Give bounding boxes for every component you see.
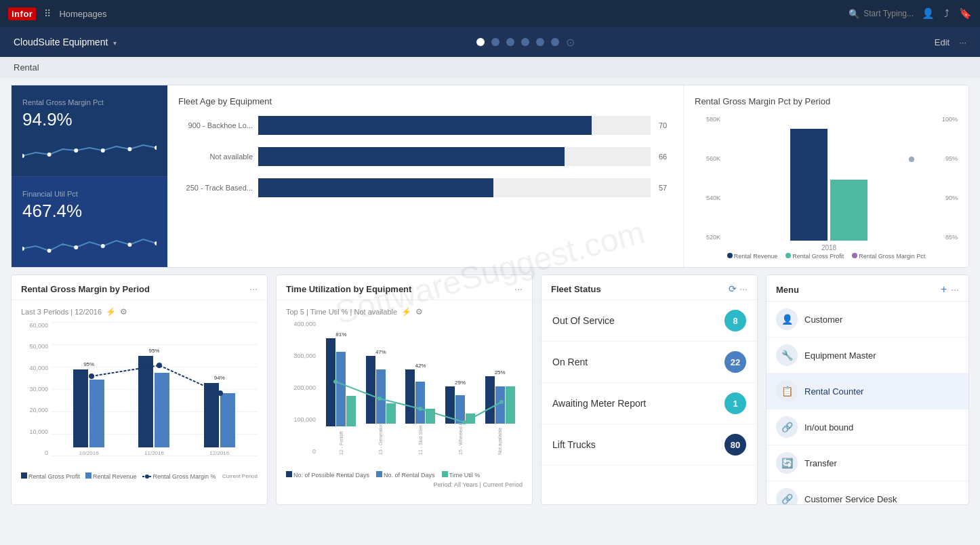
- menu-item-transfer[interactable]: 🔄 Transfer: [767, 445, 968, 481]
- fs-label-1: On Rent: [552, 357, 724, 367]
- menu-item-label-equipment-master: Equipment Master: [804, 350, 876, 361]
- rgm-chart: 60,00050,00040,00030,00020,00010,0000: [21, 322, 258, 471]
- kpi-bottom-label: Financial Util Pct: [22, 190, 157, 198]
- more-options-icon[interactable]: ···: [959, 37, 966, 47]
- svg-point-10: [127, 243, 131, 247]
- menu-item-customer-service-desk[interactable]: 🔗 Customer Service Desk: [767, 481, 968, 504]
- sparkline-bottom: [22, 227, 157, 254]
- menu-widget-header: Menu + ···: [767, 275, 968, 302]
- tu-widget: Time Utilization by Equipment ··· Top 5 …: [276, 275, 533, 505]
- settings-icon[interactable]: ⚙: [120, 307, 127, 317]
- tu-legend: No. of Possible Rental Days No. of Renta…: [286, 471, 523, 479]
- page-dots: ⊙: [125, 36, 926, 49]
- bar-track-0: [258, 116, 651, 135]
- tu-settings-icon[interactable]: ⚙: [415, 307, 423, 317]
- menu-item-label-customer: Customer: [804, 315, 842, 325]
- kpi-top: Rental Gross Margin Pct 94.9%: [12, 85, 167, 177]
- search-icon[interactable]: 🔍: [849, 9, 859, 19]
- homepages-link[interactable]: Homepages: [59, 9, 106, 19]
- bar-value-0: 70: [659, 121, 672, 129]
- svg-point-5: [155, 146, 157, 150]
- top-charts: Rental Gross Margin Pct 94.9% Financial …: [11, 85, 969, 268]
- bar-label-2: 250 - Track Based...: [178, 184, 253, 192]
- bar-row-0: 900 - Backhoe Lo... 70: [178, 116, 672, 135]
- rgm-more-button[interactable]: ···: [249, 283, 258, 294]
- fs-body: Out Of Service 8 On Rent 22 Awaiting Met…: [542, 300, 757, 504]
- rgm-sub: Last 3 Periods | 12/2016 ⚡ ⚙: [21, 307, 258, 317]
- fs-label-2: Awaiting Meter Report: [552, 398, 724, 409]
- menu-more-button[interactable]: ···: [951, 284, 959, 295]
- sub-nav: CloudSuite Equipment ▾ ⊙ Edit ···: [0, 27, 980, 57]
- refresh-icon[interactable]: ⟳: [729, 283, 737, 294]
- menu-item-rental-counter[interactable]: 📋 Rental Counter: [767, 374, 968, 409]
- fs-label-0: Out Of Service: [552, 315, 724, 326]
- svg-point-8: [74, 245, 78, 249]
- bar-row-2: 250 - Track Based... 57: [178, 178, 672, 197]
- nav-icons: 👤 ⤴ 🔖: [922, 7, 972, 20]
- app-title: CloudSuite Equipment ▾: [14, 37, 117, 47]
- rgm-widget-body: Last 3 Periods | 12/2016 ⚡ ⚙ 60,00050,00…: [12, 300, 267, 504]
- tu-chart: 400,000300,000200,000100,0000 81% 12 - F…: [286, 321, 523, 470]
- filter-icon[interactable]: ⚡: [106, 307, 116, 317]
- dot-arrow[interactable]: ⊙: [566, 36, 575, 49]
- tu-sub: Top 5 | Time Util % | Not available ⚡ ⚙: [286, 307, 523, 317]
- bottom-row: Rental Gross Margin by Period ··· Last 3…: [11, 275, 969, 505]
- menu-item-customer[interactable]: 👤 Customer: [767, 302, 968, 338]
- edit-button[interactable]: Edit: [935, 37, 950, 47]
- kpi-top-label: Rental Gross Margin Pct: [22, 98, 157, 106]
- search-placeholder: Start Typing...: [863, 9, 914, 18]
- menu-add-button[interactable]: +: [941, 283, 947, 296]
- tu-more-button[interactable]: ···: [514, 283, 523, 294]
- dot-3[interactable]: [506, 38, 514, 46]
- menu-widget-title: Menu: [776, 285, 941, 295]
- customer-icon: 👤: [776, 308, 798, 330]
- kpi-bottom: Financial Util Pct 467.4%: [12, 177, 167, 268]
- menu-widget: Menu + ··· 👤 Customer 🔧 Equipment Master…: [766, 275, 969, 505]
- fs-item-3: Lift Trucks 80: [542, 424, 757, 466]
- menu-item-equipment-master[interactable]: 🔧 Equipment Master: [767, 338, 968, 374]
- kpi-top-value: 94.9%: [22, 109, 157, 130]
- bar-track-1: [258, 147, 651, 166]
- dot-2[interactable]: [491, 38, 499, 46]
- fleet-age-panel: Fleet Age by Equipment 900 - Backhoe Lo.…: [167, 85, 684, 267]
- grid-icon[interactable]: ⠿: [44, 8, 51, 19]
- fs-widget-title: Fleet Status: [551, 284, 729, 294]
- share-icon[interactable]: ⤴: [944, 7, 950, 20]
- dot-5[interactable]: [536, 38, 544, 46]
- fs-badge-3: 80: [724, 434, 746, 456]
- menu-item-label-inout-bound: In/out bound: [804, 422, 853, 432]
- bookmark-icon[interactable]: 🔖: [959, 7, 972, 20]
- tu-period: Period: All Years | Current Period: [286, 481, 523, 488]
- menu-item-label-customer-service-desk: Customer Service Desk: [804, 494, 897, 504]
- dot-4[interactable]: [521, 38, 529, 46]
- infor-logo: infor: [8, 7, 36, 20]
- tu-filter-icon[interactable]: ⚡: [401, 307, 411, 317]
- rental-counter-icon: 📋: [776, 380, 798, 402]
- inout-bound-icon: 🔗: [776, 416, 798, 438]
- rgm-panel: Rental Gross Margin Pct by Period 580K56…: [684, 85, 968, 267]
- menu-item-inout-bound[interactable]: 🔗 In/out bound: [767, 409, 968, 445]
- app-title-arrow: ▾: [113, 39, 117, 47]
- bar-label-1: Not available: [178, 153, 253, 161]
- sub-nav-right: Edit ···: [935, 37, 966, 47]
- rgm-widget-header: Rental Gross Margin by Period ···: [12, 275, 267, 300]
- equipment-master-icon: 🔧: [776, 344, 798, 366]
- fleet-age-title: Fleet Age by Equipment: [178, 96, 672, 106]
- svg-point-1: [47, 153, 52, 157]
- kpi-panel: Rental Gross Margin Pct 94.9% Financial …: [12, 85, 167, 267]
- rgm-chart-title: Rental Gross Margin Pct by Period: [695, 96, 958, 106]
- rgm-legend: Rental Gross Profit Rental Revenue Renta…: [21, 472, 258, 480]
- svg-point-16: [145, 475, 149, 479]
- dot-6[interactable]: [551, 38, 559, 46]
- user-icon[interactable]: 👤: [922, 7, 935, 20]
- dot-1[interactable]: [476, 38, 485, 46]
- fs-more-button[interactable]: ···: [739, 283, 748, 294]
- transfer-icon: 🔄: [776, 452, 798, 474]
- svg-point-11: [155, 241, 157, 245]
- fs-label-3: Lift Trucks: [552, 439, 724, 450]
- bar-value-2: 57: [659, 184, 672, 192]
- svg-point-9: [101, 244, 105, 248]
- svg-point-2: [74, 148, 78, 153]
- search-area: 🔍 Start Typing...: [849, 9, 914, 19]
- customer-service-desk-icon: 🔗: [776, 488, 798, 504]
